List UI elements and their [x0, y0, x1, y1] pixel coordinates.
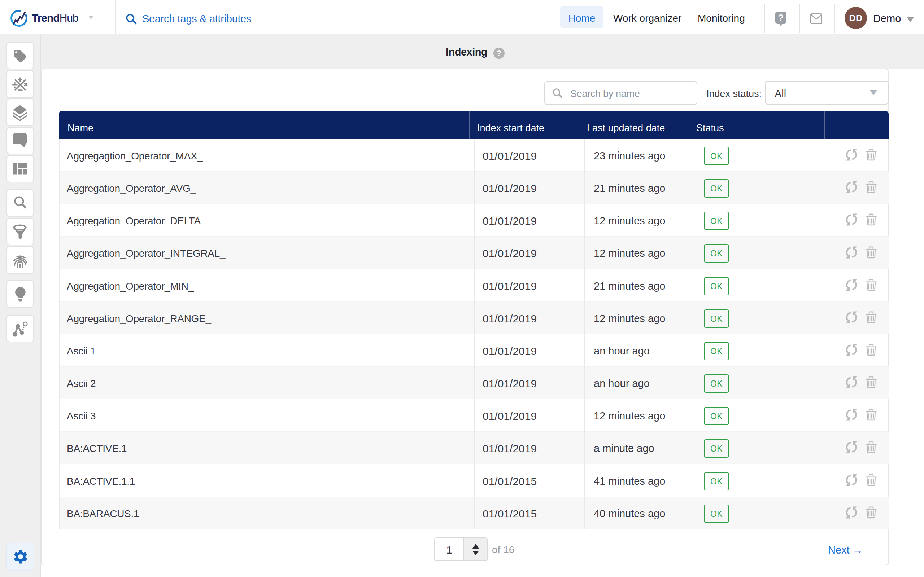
- svg-text:?: ?: [778, 12, 784, 23]
